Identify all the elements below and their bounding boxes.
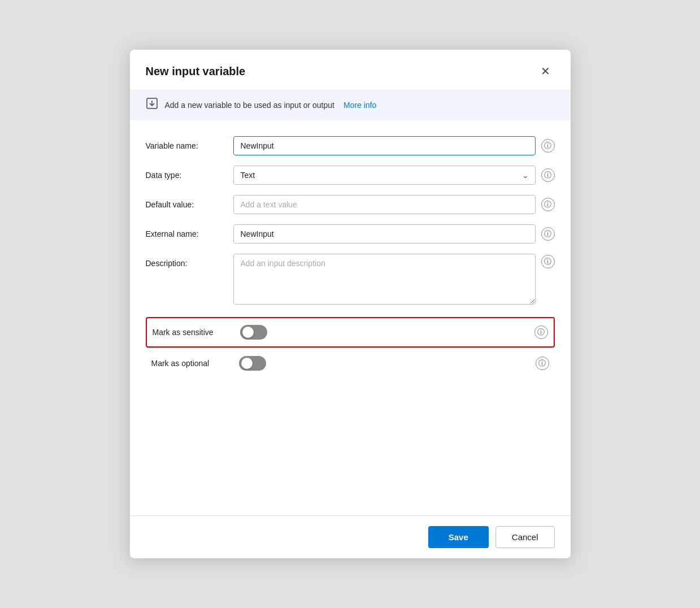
external-name-label: External name: bbox=[146, 224, 233, 238]
data-type-control: Text Number Boolean DateTime List Datata… bbox=[233, 166, 555, 185]
mark-sensitive-label: Mark as sensitive bbox=[153, 328, 240, 337]
info-banner: Add a new variable to be used as input o… bbox=[130, 89, 571, 120]
download-icon bbox=[146, 97, 158, 112]
default-value-control: ⓘ bbox=[233, 195, 555, 214]
default-value-input[interactable] bbox=[233, 195, 536, 214]
form-body: Variable name: ⓘ Data type: Text Number … bbox=[130, 126, 571, 515]
mark-optional-info-button[interactable]: ⓘ bbox=[536, 357, 549, 370]
toggles-section: Mark as sensitive ⓘ Mark as optional bbox=[146, 317, 555, 510]
data-type-select[interactable]: Text Number Boolean DateTime List Datata… bbox=[233, 166, 536, 185]
mark-sensitive-row: Mark as sensitive ⓘ bbox=[146, 317, 555, 348]
mark-optional-label: Mark as optional bbox=[151, 359, 239, 368]
data-type-label: Data type: bbox=[146, 166, 233, 180]
more-info-link[interactable]: More info bbox=[344, 101, 376, 110]
mark-sensitive-toggle[interactable] bbox=[240, 325, 267, 340]
description-textarea[interactable] bbox=[233, 254, 536, 305]
description-label: Description: bbox=[146, 254, 233, 268]
variable-name-label: Variable name: bbox=[146, 136, 233, 150]
banner-text: Add a new variable to be used as input o… bbox=[165, 101, 334, 110]
external-name-control: ⓘ bbox=[233, 224, 555, 244]
default-value-info-button[interactable]: ⓘ bbox=[541, 198, 555, 211]
data-type-info-button[interactable]: ⓘ bbox=[541, 168, 555, 182]
default-value-row: Default value: ⓘ bbox=[146, 195, 555, 214]
description-info-button[interactable]: ⓘ bbox=[541, 255, 555, 268]
description-control: ⓘ bbox=[233, 254, 555, 305]
default-value-label: Default value: bbox=[146, 195, 233, 209]
mark-sensitive-info-button[interactable]: ⓘ bbox=[534, 325, 548, 339]
dialog-title: New input variable bbox=[146, 65, 246, 78]
close-button[interactable]: ✕ bbox=[536, 62, 555, 80]
data-type-row: Data type: Text Number Boolean DateTime … bbox=[146, 166, 555, 185]
variable-name-control: ⓘ bbox=[233, 136, 555, 155]
cancel-button[interactable]: Cancel bbox=[495, 526, 555, 548]
save-button[interactable]: Save bbox=[428, 526, 489, 548]
external-name-info-button[interactable]: ⓘ bbox=[541, 227, 555, 241]
external-name-row: External name: ⓘ bbox=[146, 224, 555, 244]
new-input-variable-dialog: New input variable ✕ Add a new variable … bbox=[130, 50, 571, 558]
external-name-input[interactable] bbox=[233, 224, 536, 244]
dialog-footer: Save Cancel bbox=[130, 515, 571, 558]
variable-name-info-button[interactable]: ⓘ bbox=[541, 139, 555, 153]
description-row: Description: ⓘ bbox=[146, 254, 555, 305]
data-type-select-wrapper: Text Number Boolean DateTime List Datata… bbox=[233, 166, 536, 185]
mark-optional-row: Mark as optional ⓘ bbox=[146, 348, 555, 379]
variable-name-input[interactable] bbox=[233, 136, 536, 155]
dialog-header: New input variable ✕ bbox=[130, 50, 571, 89]
variable-name-row: Variable name: ⓘ bbox=[146, 136, 555, 155]
mark-optional-toggle[interactable] bbox=[239, 356, 266, 371]
